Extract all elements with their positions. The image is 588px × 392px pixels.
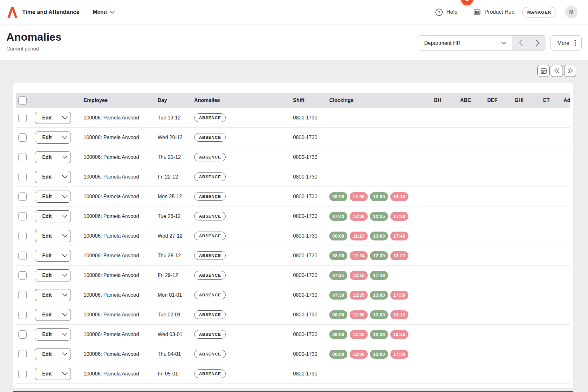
edit-dropdown-button[interactable]	[59, 152, 71, 163]
edit-split-button[interactable]: Edit	[35, 191, 71, 203]
clocking-pill[interactable]: 18:12	[390, 310, 408, 319]
edit-dropdown-button[interactable]	[59, 270, 71, 281]
edit-split-button[interactable]: Edit	[35, 112, 71, 124]
clocking-pill[interactable]: 12:24	[350, 251, 368, 260]
previous-period-button[interactable]	[512, 36, 529, 50]
clocking-pill[interactable]: 07:31	[329, 271, 347, 280]
clocking-pill[interactable]: 08:00	[329, 310, 347, 319]
next-period-button[interactable]	[529, 36, 546, 50]
clocking-pill[interactable]: 07:42	[329, 212, 347, 221]
edit-split-button[interactable]: Edit	[35, 171, 71, 183]
edit-dropdown-button[interactable]	[59, 289, 71, 301]
edit-dropdown-button[interactable]	[59, 368, 71, 380]
clocking-pill[interactable]: 18:10	[390, 192, 408, 201]
scroll-columns-left-button[interactable]	[551, 65, 563, 77]
clocking-pill[interactable]: 13:00	[370, 350, 388, 359]
row-checkbox[interactable]	[18, 252, 27, 260]
edit-split-button[interactable]: Edit	[35, 289, 71, 301]
edit-button[interactable]: Edit	[35, 329, 59, 340]
edit-split-button[interactable]: Edit	[35, 132, 71, 144]
edit-button[interactable]: Edit	[35, 211, 59, 222]
edit-button[interactable]: Edit	[35, 171, 59, 183]
clocking-pill[interactable]: 17:30	[390, 291, 408, 300]
help-button[interactable]: ? Help	[435, 8, 457, 16]
row-checkbox[interactable]	[18, 212, 27, 220]
clocking-pill[interactable]: 17:42	[390, 232, 408, 240]
row-checkbox[interactable]	[18, 350, 27, 358]
clocking-pill[interactable]: 08:00	[329, 330, 347, 339]
edit-dropdown-button[interactable]	[59, 348, 71, 360]
edit-split-button[interactable]: Edit	[35, 368, 71, 380]
more-button[interactable]: More	[550, 35, 582, 51]
row-checkbox[interactable]	[18, 232, 27, 240]
clocking-pill[interactable]: 12:00	[350, 350, 368, 359]
clocking-pill[interactable]: 16:45	[390, 330, 408, 339]
edit-dropdown-button[interactable]	[59, 250, 71, 261]
clocking-pill[interactable]: 17:30	[390, 212, 408, 221]
edit-split-button[interactable]: Edit	[35, 230, 71, 242]
edit-dropdown-button[interactable]	[59, 211, 71, 222]
clocking-pill[interactable]: 08:00	[329, 192, 347, 201]
scroll-columns-right-button[interactable]	[564, 65, 576, 77]
row-checkbox[interactable]	[18, 193, 27, 201]
clocking-pill[interactable]: 12:00	[350, 212, 368, 221]
edit-button[interactable]: Edit	[35, 289, 59, 301]
edit-button[interactable]: Edit	[35, 348, 59, 360]
clocking-pill[interactable]: 12:50	[350, 310, 368, 319]
row-checkbox[interactable]	[18, 133, 27, 142]
edit-split-button[interactable]: Edit	[35, 388, 71, 388]
row-checkbox[interactable]	[18, 173, 27, 181]
edit-button[interactable]: Edit	[35, 368, 59, 380]
product-hub-button[interactable]: Product Hub	[473, 8, 515, 16]
clocking-pill[interactable]: 12:38	[370, 330, 388, 339]
edit-button[interactable]: Edit	[35, 112, 59, 124]
clocking-pill[interactable]: 13:00	[370, 291, 388, 300]
edit-button[interactable]: Edit	[35, 152, 59, 163]
clocking-pill[interactable]: 13:00	[370, 192, 388, 201]
clocking-pill[interactable]: 08:00	[329, 251, 347, 260]
edit-split-button[interactable]: Edit	[35, 250, 71, 262]
edit-button[interactable]: Edit	[35, 191, 59, 202]
clocking-pill[interactable]: 17:49	[370, 271, 388, 280]
edit-split-button[interactable]: Edit	[35, 210, 71, 222]
table-view-button[interactable]	[537, 65, 550, 77]
edit-button[interactable]: Edit	[35, 270, 59, 281]
edit-split-button[interactable]: Edit	[35, 151, 71, 163]
row-checkbox[interactable]	[18, 311, 27, 319]
clocking-pill[interactable]: 11:23	[350, 232, 368, 240]
row-checkbox[interactable]	[18, 271, 27, 280]
edit-dropdown-button[interactable]	[59, 191, 71, 202]
edit-dropdown-button[interactable]	[59, 132, 71, 143]
edit-split-button[interactable]: Edit	[35, 348, 71, 360]
row-checkbox[interactable]	[18, 291, 27, 299]
user-avatar[interactable]: M	[565, 6, 578, 18]
clocking-pill[interactable]: 12:00	[350, 192, 368, 201]
row-checkbox[interactable]	[18, 370, 27, 378]
clocking-pill[interactable]: 13:00	[370, 232, 388, 240]
clocking-pill[interactable]: 12:15	[350, 271, 368, 280]
edit-button[interactable]: Edit	[35, 230, 59, 242]
clocking-pill[interactable]: 12:02	[350, 330, 368, 339]
row-checkbox[interactable]	[18, 114, 27, 122]
row-checkbox[interactable]	[18, 153, 27, 161]
clocking-pill[interactable]: 17:30	[390, 350, 408, 359]
edit-button[interactable]: Edit	[35, 309, 59, 321]
edit-split-button[interactable]: Edit	[35, 328, 71, 341]
edit-dropdown-button[interactable]	[59, 230, 71, 242]
clocking-pill[interactable]: 13:00	[370, 310, 388, 319]
clocking-pill[interactable]: 12:35	[370, 212, 388, 221]
clocking-pill[interactable]: 08:00	[329, 232, 347, 240]
row-checkbox[interactable]	[18, 330, 27, 339]
edit-dropdown-button[interactable]	[59, 329, 71, 340]
edit-dropdown-button[interactable]	[59, 171, 71, 183]
edit-split-button[interactable]: Edit	[35, 309, 71, 321]
department-select[interactable]: Department HR	[418, 36, 512, 50]
edit-button[interactable]: Edit	[35, 250, 59, 261]
clocking-pill[interactable]: 12:35	[350, 291, 368, 300]
role-badge[interactable]: MANAGER	[522, 7, 556, 17]
clocking-pill[interactable]: 18:27	[390, 251, 408, 260]
clocking-pill[interactable]: 07:30	[329, 291, 347, 300]
clocking-pill[interactable]: 12:39	[370, 251, 388, 260]
edit-dropdown-button[interactable]	[59, 309, 71, 321]
menu-button[interactable]: Menu	[93, 9, 115, 15]
